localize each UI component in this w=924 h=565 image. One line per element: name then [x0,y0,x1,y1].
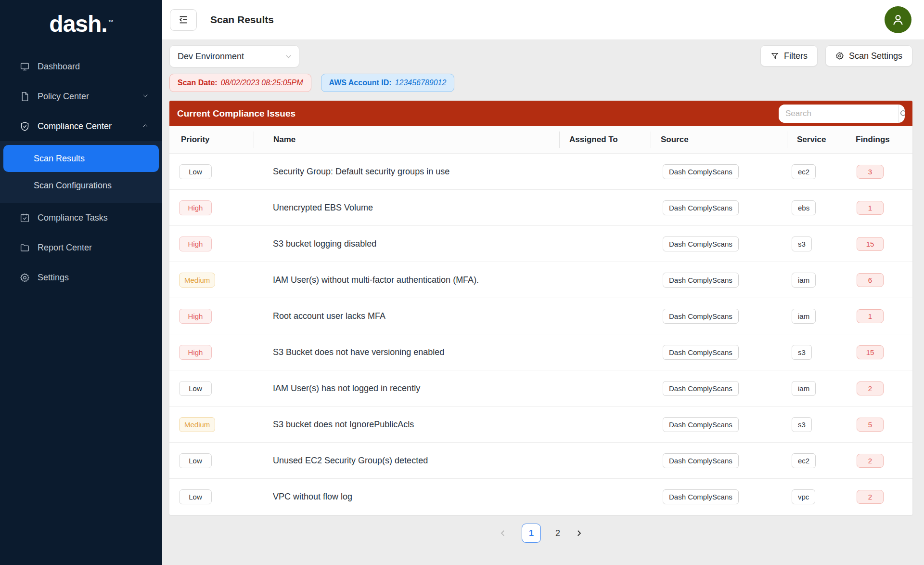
pagination-page-1[interactable]: 1 [522,524,541,543]
source-tag: Dash ComplyScans [663,417,739,432]
aws-account-value: 123456789012 [395,79,447,87]
issue-name: Unused EC2 Security Group(s) detected [273,456,428,466]
user-avatar[interactable] [885,6,911,33]
scan-date-badge: Scan Date: 08/02/2023 08:25:05PM [169,74,311,92]
priority-pill: High [179,200,212,215]
shield-check-icon [19,121,30,131]
findings-count-pill: 2 [857,490,884,504]
priority-pill: High [179,309,212,324]
table-row[interactable]: Low IAM User(s) has not logged in recent… [169,370,912,407]
service-tag: s3 [792,237,812,251]
findings-count-pill: 15 [857,345,884,359]
search-button[interactable] [898,105,905,123]
toolbar-row: Dev Environment Filters Scan Settings [169,45,912,67]
scan-settings-button-label: Scan Settings [849,51,902,61]
logo: dash.™ [0,0,162,52]
search-input[interactable] [779,105,898,123]
sidebar-item-label: Report Center [38,243,92,253]
page-title: Scan Results [210,14,274,26]
column-header-assigned-to[interactable]: Assigned To [559,131,651,148]
service-tag: vpc [792,489,815,504]
document-icon [19,91,30,102]
compliance-issues-card: Current Compliance Issues Priority Name … [169,101,912,515]
content-area: Dev Environment Filters Scan Settings [162,40,924,565]
sidebar-subitem-scan-results[interactable]: Scan Results [3,145,159,172]
findings-count-pill: 1 [857,309,884,323]
issue-name: Security Group: Default security groups … [273,167,449,177]
pagination-page-2[interactable]: 2 [555,528,560,539]
source-tag: Dash ComplyScans [663,273,739,288]
table-row[interactable]: High Root account user lacks MFA Dash Co… [169,298,912,334]
sidebar-collapse-button[interactable] [170,9,197,31]
pagination: 1 2 [169,524,912,552]
priority-pill: Low [179,381,212,396]
findings-count-pill: 3 [857,165,884,179]
service-tag: ec2 [792,164,816,179]
filters-button[interactable]: Filters [760,45,818,66]
issue-name: IAM User(s) has not logged in recently [273,383,420,394]
gear-icon [835,52,844,60]
column-header-priority[interactable]: Priority [169,131,254,148]
issue-name: IAM User(s) without multi-factor authent… [273,275,479,285]
scan-date-value: 08/02/2023 08:25:05PM [221,79,303,87]
findings-count-pill: 1 [857,201,884,215]
priority-pill: High [179,237,212,251]
table-row[interactable]: Medium IAM User(s) without multi-factor … [169,262,912,298]
folder-icon [19,242,30,253]
sidebar-item-dashboard[interactable]: Dashboard [0,52,162,81]
scan-settings-button[interactable]: Scan Settings [825,45,912,66]
table-row[interactable]: High Unencrypted EBS Volume Dash ComplyS… [169,190,912,226]
column-header-source[interactable]: Source [651,131,787,148]
environment-select[interactable]: Dev Environment [169,45,299,67]
sidebar-item-label: Compliance Tasks [38,213,108,223]
table-header-row: Priority Name Assigned To Source Service… [169,126,912,154]
column-header-findings[interactable]: Findings [841,131,912,148]
sidebar-subitem-scan-configurations[interactable]: Scan Configurations [0,172,162,199]
issue-name: S3 bucket does not IgnorePublicAcls [273,420,414,430]
table-row[interactable]: High S3 bucket logging disabled Dash Com… [169,226,912,262]
logo-text: dash. [49,11,107,37]
sidebar-subitem-label: Scan Configurations [34,181,112,191]
aws-account-label: AWS Account ID: [329,79,392,87]
source-tag: Dash ComplyScans [663,381,739,396]
calendar-check-icon [19,212,30,223]
search-icon [899,109,905,118]
table-row[interactable]: Low VPC without flow log Dash ComplyScan… [169,479,912,515]
source-tag: Dash ComplyScans [663,453,739,468]
findings-count-pill: 2 [857,381,884,395]
table-row[interactable]: Medium S3 bucket does not IgnorePublicAc… [169,407,912,443]
service-tag: s3 [792,345,812,360]
pagination-next-button[interactable] [575,529,583,538]
source-tag: Dash ComplyScans [663,164,739,179]
priority-pill: High [179,345,212,360]
sidebar-item-compliance-tasks[interactable]: Compliance Tasks [0,203,162,233]
monitor-icon [19,61,30,72]
findings-count-pill: 5 [857,418,884,432]
source-tag: Dash ComplyScans [663,200,739,215]
scan-date-label: Scan Date: [178,79,218,87]
chevron-up-icon [142,121,149,131]
environment-select-value: Dev Environment [178,52,244,62]
findings-count-pill: 6 [857,273,884,287]
priority-pill: Medium [179,417,215,432]
priority-pill: Low [179,164,212,179]
service-tag: ec2 [792,453,816,468]
pagination-prev-button[interactable] [499,529,507,538]
priority-pill: Low [179,453,212,468]
service-tag: iam [792,273,816,288]
sidebar-item-settings[interactable]: Settings [0,263,162,292]
table-row[interactable]: Low Unused EC2 Security Group(s) detecte… [169,443,912,479]
table-row[interactable]: Low Security Group: Default security gro… [169,154,912,190]
chevron-right-icon [575,529,583,538]
logo-trademark: ™ [108,19,113,25]
column-header-name[interactable]: Name [254,131,559,148]
chevron-left-icon [499,529,507,538]
issues-table-body: Low Security Group: Default security gro… [169,154,912,515]
sidebar-item-policy-center[interactable]: Policy Center [0,81,162,111]
sidebar-subitem-label: Scan Results [34,154,85,164]
sidebar-item-report-center[interactable]: Report Center [0,233,162,263]
sidebar-item-compliance-center[interactable]: Compliance Center [0,111,162,141]
table-row[interactable]: High S3 Bucket does not have versioning … [169,334,912,370]
column-header-service[interactable]: Service [787,131,841,148]
chevron-down-icon [285,53,292,60]
